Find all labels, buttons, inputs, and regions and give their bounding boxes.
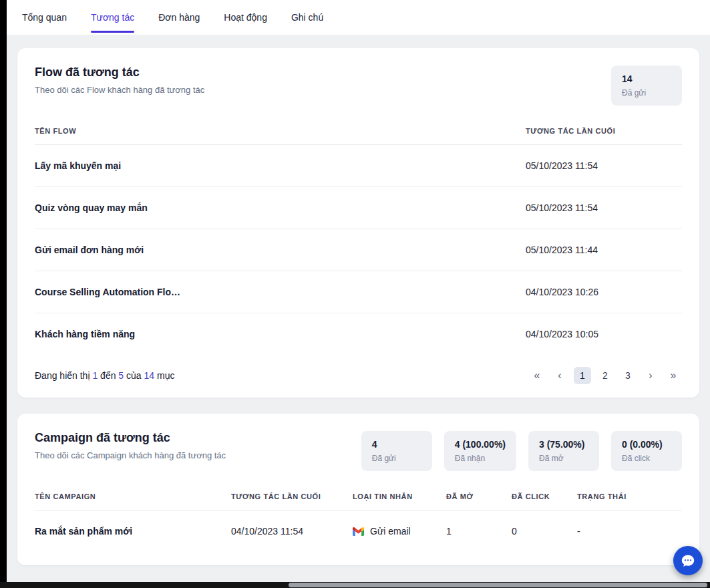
campaign-stat-sent-label: Đã gửi xyxy=(372,454,421,463)
campaign-card-heading: Campaign đã tương tác Theo dõi các Campa… xyxy=(35,431,226,460)
flow-name: Quiz vòng quay may mắn xyxy=(35,202,526,213)
flow-last-interaction: 04/10/2023 10:26 xyxy=(526,287,682,297)
page-button-2[interactable]: 2 xyxy=(596,367,614,384)
summary-to: 5 xyxy=(118,370,124,381)
flow-stat-sent-label: Đã gửi xyxy=(622,88,671,98)
campaign-col-name: TÊN CAMPAIGN xyxy=(35,492,231,500)
flow-table-footer: Đang hiển thị 1 đến 5 của 14 mục « ‹ 1 2… xyxy=(35,355,682,384)
table-row[interactable]: Quiz vòng quay may mắn 05/10/2023 11:54 xyxy=(35,187,682,229)
campaign-col-clicked: ĐÃ CLICK xyxy=(512,492,577,500)
tab-bar: Tổng quan Tương tác Đơn hàng Hoạt động G… xyxy=(7,0,710,35)
chat-widget-button[interactable] xyxy=(673,546,703,575)
flow-table: TÊN FLOW TƯƠNG TÁC LẦN CUỐI Lấy mã khuyế… xyxy=(35,127,682,355)
campaign-status: - xyxy=(577,526,682,537)
next-page-button[interactable]: › xyxy=(642,367,659,384)
campaign-last-interaction: 04/10/2023 11:54 xyxy=(231,526,353,537)
campaign-card-title: Campaign đã tương tác xyxy=(35,431,226,445)
table-row[interactable]: Khách hàng tiềm năng 04/10/2023 10:05 xyxy=(35,313,682,355)
flow-last-interaction: 05/10/2023 11:54 xyxy=(526,202,682,213)
table-row[interactable]: Lấy mã khuyến mại 05/10/2023 11:54 xyxy=(35,145,682,187)
campaign-card-subtitle: Theo dõi các Campaign khách hàng đã tươn… xyxy=(35,450,226,460)
campaign-stat-received-value: 4 (100.00%) xyxy=(455,439,506,450)
campaign-stats: 4 Đã gửi 4 (100.00%) Đã nhận 3 (75.00%) … xyxy=(361,431,682,471)
campaign-stat-opened-label: Đã mở xyxy=(539,454,588,463)
tab-ghi-chu[interactable]: Ghi chú xyxy=(291,0,323,35)
flow-card-title: Flow đã tương tác xyxy=(35,65,204,80)
horizontal-scrollbar-thumb[interactable] xyxy=(289,583,707,587)
summary-total: 14 xyxy=(144,370,155,381)
tab-content: Flow đã tương tác Theo dõi các Flow khác… xyxy=(7,35,710,588)
campaign-stat-sent-value: 4 xyxy=(372,439,421,450)
flow-name: Gửi email đơn hàng mới xyxy=(35,245,526,255)
flow-name: Khách hàng tiềm năng xyxy=(35,329,526,339)
summary-to-word: đến xyxy=(100,370,116,381)
campaign-table: TÊN CAMPAIGN TƯƠNG TÁC LẦN CUỐI LOẠI TIN… xyxy=(35,492,682,552)
campaign-stat-clicked-label: Đã click xyxy=(622,454,671,463)
campaign-col-last-interaction: TƯƠNG TÁC LẦN CUỐI xyxy=(231,492,353,500)
horizontal-scrollbar xyxy=(0,582,710,588)
campaign-opened: 1 xyxy=(446,526,512,537)
campaign-message-type: Gửi email xyxy=(353,526,446,537)
campaign-message-type-label: Gửi email xyxy=(370,526,411,537)
flow-name: Lấy mã khuyến mại xyxy=(35,160,526,171)
summary-items-word: mục xyxy=(157,370,174,381)
tab-don-hang[interactable]: Đơn hàng xyxy=(158,0,200,35)
campaign-stat-opened: 3 (75.00%) Đã mở xyxy=(528,431,599,471)
page-button-3[interactable]: 3 xyxy=(619,367,637,384)
flow-stat-sent-value: 14 xyxy=(622,74,671,84)
tab-hoat-dong[interactable]: Hoạt động xyxy=(224,0,267,35)
flow-card-subtitle: Theo dõi các Flow khách hàng đã tương tá… xyxy=(35,85,204,95)
prev-page-button[interactable]: ‹ xyxy=(551,367,568,384)
first-page-button[interactable]: « xyxy=(528,367,546,384)
flow-col-name: TÊN FLOW xyxy=(35,127,526,135)
flow-name: Course Selling Automation Flo… xyxy=(35,287,526,297)
campaign-stat-clicked: 0 (0.00%) Đã click xyxy=(611,431,682,471)
last-page-button[interactable]: » xyxy=(665,367,682,384)
flow-last-interaction: 04/10/2023 10:05 xyxy=(526,329,682,339)
flow-stat-sent: 14 Đã gửi xyxy=(611,65,682,106)
summary-prefix: Đang hiển thị xyxy=(35,370,90,381)
flow-interactions-card: Flow đã tương tác Theo dõi các Flow khác… xyxy=(17,48,699,398)
summary-from: 1 xyxy=(92,370,98,381)
table-row[interactable]: Course Selling Automation Flo… 04/10/202… xyxy=(35,271,682,313)
campaign-clicked: 0 xyxy=(512,526,577,537)
flow-card-heading: Flow đã tương tác Theo dõi các Flow khác… xyxy=(35,65,204,95)
summary-of-word: của xyxy=(126,370,142,381)
campaign-col-opened: ĐÃ MỞ xyxy=(446,492,512,500)
tab-tong-quan[interactable]: Tổng quan xyxy=(22,0,67,35)
pagination: « ‹ 1 2 3 › » xyxy=(528,367,682,384)
flow-stats: 14 Đã gửi xyxy=(611,65,682,106)
flow-table-header: TÊN FLOW TƯƠNG TÁC LẦN CUỐI xyxy=(35,127,682,145)
pagination-summary: Đang hiển thị 1 đến 5 của 14 mục xyxy=(35,370,174,381)
campaign-table-header: TÊN CAMPAIGN TƯƠNG TÁC LẦN CUỐI LOẠI TIN… xyxy=(35,492,682,510)
campaign-stat-opened-value: 3 (75.00%) xyxy=(539,439,588,450)
flow-last-interaction: 05/10/2023 11:44 xyxy=(526,245,682,255)
flow-col-last-interaction: TƯƠNG TÁC LẦN CUỐI xyxy=(526,127,682,135)
gmail-icon xyxy=(353,527,364,536)
campaign-name: Ra mắt sản phẩm mới xyxy=(35,526,231,537)
campaign-interactions-card: Campaign đã tương tác Theo dõi các Campa… xyxy=(17,414,699,565)
customer-detail-panel: Tổng quan Tương tác Đơn hàng Hoạt động G… xyxy=(7,0,710,588)
table-row[interactable]: Ra mắt sản phẩm mới 04/10/2023 11:54 xyxy=(35,510,682,552)
campaign-stat-clicked-value: 0 (0.00%) xyxy=(622,439,671,450)
campaign-stat-received: 4 (100.00%) Đã nhận xyxy=(444,431,516,471)
table-row[interactable]: Gửi email đơn hàng mới 05/10/2023 11:44 xyxy=(35,229,682,271)
tab-tuong-tac[interactable]: Tương tác xyxy=(91,0,134,35)
flow-last-interaction: 05/10/2023 11:54 xyxy=(526,160,682,171)
chat-bubble-icon xyxy=(681,553,695,568)
campaign-stat-sent: 4 Đã gửi xyxy=(361,431,432,471)
campaign-stat-received-label: Đã nhận xyxy=(455,454,506,463)
campaign-col-status: TRẠNG THÁI xyxy=(577,492,682,500)
page-button-1[interactable]: 1 xyxy=(574,367,591,384)
campaign-col-message-type: LOẠI TIN NHẮN xyxy=(353,492,446,500)
